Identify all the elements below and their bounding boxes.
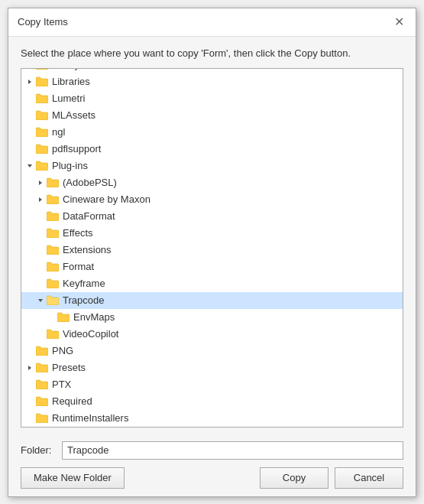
svg-marker-6 — [28, 366, 31, 370]
tree-item-plugins[interactable]: Plug-ins — [21, 158, 403, 174]
tree-item-label-plugins: Plug-ins — [52, 160, 88, 171]
tree-item-label-keyframe: Keyframe — [63, 278, 105, 289]
folder-input[interactable] — [62, 441, 403, 460]
copy-button[interactable]: Copy — [260, 467, 329, 489]
folder-icon-runtimeinstallers — [35, 413, 49, 424]
tree-item-required[interactable]: Required — [21, 393, 403, 410]
cancel-button[interactable]: Cancel — [335, 467, 403, 489]
copy-items-dialog: Copy Items ✕ Select the place where you … — [8, 8, 416, 497]
folder-tree[interactable]: EveScripts FaceTracker ksvlayout Librari… — [21, 68, 403, 428]
tree-item-ngl[interactable]: ngl — [21, 124, 403, 141]
dialog-body: Select the place where you want to copy … — [8, 37, 416, 435]
folder-row: Folder: — [21, 441, 403, 460]
tree-item-ksvlayout[interactable]: ksvlayout — [21, 68, 403, 73]
tree-item-libraries[interactable]: Libraries — [21, 73, 403, 90]
tree-item-runtimeinstallers[interactable]: RuntimeInstallers — [21, 410, 403, 427]
folder-icon-presets — [35, 363, 49, 373]
folder-icon-pdflsupport — [35, 144, 49, 154]
tree-item-label-extensions: Extensions — [63, 244, 112, 255]
tree-item-label-runtimeinstallers: RuntimeInstallers — [52, 412, 128, 424]
folder-icon-envmaps — [57, 312, 70, 323]
folder-icon-extensions — [46, 245, 60, 255]
folder-icon-adobepsl — [46, 177, 60, 188]
tree-item-label-presets: Presets — [52, 362, 86, 373]
tree-item-videocopilot[interactable]: VideoCopilot — [21, 326, 403, 343]
tree-item-effects[interactable]: Effects — [21, 225, 403, 242]
folder-icon-png — [35, 346, 49, 356]
folder-icon-lumetri — [35, 93, 49, 104]
instruction-text: Select the place where you want to copy … — [21, 47, 403, 59]
dialog-footer: Folder: Make New Folder Copy Cancel — [8, 435, 416, 496]
folder-icon-plugins — [35, 161, 49, 171]
svg-marker-4 — [39, 197, 42, 202]
folder-label: Folder: — [21, 444, 56, 456]
chevron-icon-plugins[interactable] — [24, 161, 35, 171]
tree-item-label-dataformat: DataFormat — [63, 210, 115, 222]
close-button[interactable]: ✕ — [391, 15, 406, 30]
svg-marker-5 — [38, 299, 43, 302]
chevron-icon-trapcode[interactable] — [35, 295, 46, 306]
tree-item-label-png: PNG — [52, 345, 73, 356]
folder-icon-required — [35, 396, 49, 407]
tree-item-label-adobepsl: (AdobePSL) — [63, 177, 117, 188]
tree-item-adobepsl[interactable]: (AdobePSL) — [21, 174, 403, 191]
tree-item-keyframe[interactable]: Keyframe — [21, 275, 403, 292]
chevron-icon-presets[interactable] — [24, 363, 35, 373]
tree-item-label-ptx: PTX — [52, 379, 71, 390]
tree-item-label-envmaps: EnvMaps — [73, 311, 115, 323]
folder-icon-videocopilot — [46, 329, 60, 340]
folder-icon-cineware — [46, 194, 60, 205]
tree-item-dataformat[interactable]: DataFormat — [21, 208, 403, 225]
tree-item-label-lumetri: Lumetri — [52, 93, 85, 104]
tree-item-label-videocopilot: VideoCopilot — [63, 328, 118, 340]
tree-item-envmaps[interactable]: EnvMaps — [21, 309, 403, 326]
tree-item-ptx[interactable]: PTX — [21, 376, 403, 393]
tree-item-presets[interactable]: Presets — [21, 359, 403, 376]
folder-icon-libraries — [35, 76, 49, 87]
tree-item-format[interactable]: Format — [21, 259, 403, 275]
folder-icon-dataformat — [46, 211, 60, 222]
tree-item-label-ngl: ngl — [52, 126, 65, 138]
tree-item-label-format: Format — [63, 261, 94, 272]
tree-item-label-ksvlayout: ksvlayout — [52, 68, 93, 71]
tree-item-label-effects: Effects — [63, 227, 93, 239]
chevron-icon-adobepsl[interactable] — [35, 177, 46, 188]
make-new-folder-button[interactable]: Make New Folder — [21, 467, 125, 489]
folder-icon-ptx — [35, 379, 49, 390]
tree-item-mlassets[interactable]: MLAssets — [21, 107, 403, 124]
folder-icon-trapcode — [46, 295, 60, 306]
tree-item-png[interactable]: PNG — [21, 343, 403, 359]
tree-item-pdflsupport[interactable]: pdflsupport — [21, 141, 403, 158]
tree-item-lumetri[interactable]: Lumetri — [21, 90, 403, 107]
tree-item-trapcode[interactable]: Trapcode — [21, 292, 403, 309]
dialog-title: Copy Items — [18, 16, 68, 28]
svg-marker-2 — [28, 164, 32, 167]
svg-marker-1 — [28, 80, 31, 84]
title-bar: Copy Items ✕ — [8, 8, 416, 37]
chevron-icon-cineware[interactable] — [35, 194, 46, 205]
tree-item-label-trapcode: Trapcode — [63, 294, 104, 306]
tree-item-cineware[interactable]: Cineware by Maxon — [21, 191, 403, 208]
right-buttons: Copy Cancel — [260, 467, 403, 489]
folder-icon-keyframe — [46, 278, 60, 289]
folder-icon-ngl — [35, 127, 49, 138]
svg-marker-3 — [39, 180, 42, 185]
folder-icon-mlassets — [35, 110, 49, 121]
folder-icon-effects — [46, 228, 60, 239]
tree-item-label-pdflsupport: pdflsupport — [52, 143, 101, 154]
tree-item-label-required: Required — [52, 395, 92, 407]
tree-item-label-cineware: Cineware by Maxon — [63, 193, 151, 205]
tree-item-label-mlassets: MLAssets — [52, 109, 95, 121]
tree-item-label-libraries: Libraries — [52, 76, 90, 87]
button-row: Make New Folder Copy Cancel — [21, 467, 403, 489]
folder-icon-ksvlayout — [35, 68, 49, 70]
chevron-icon-libraries[interactable] — [24, 76, 35, 87]
folder-icon-format — [46, 262, 60, 272]
tree-item-extensions[interactable]: Extensions — [21, 242, 403, 259]
